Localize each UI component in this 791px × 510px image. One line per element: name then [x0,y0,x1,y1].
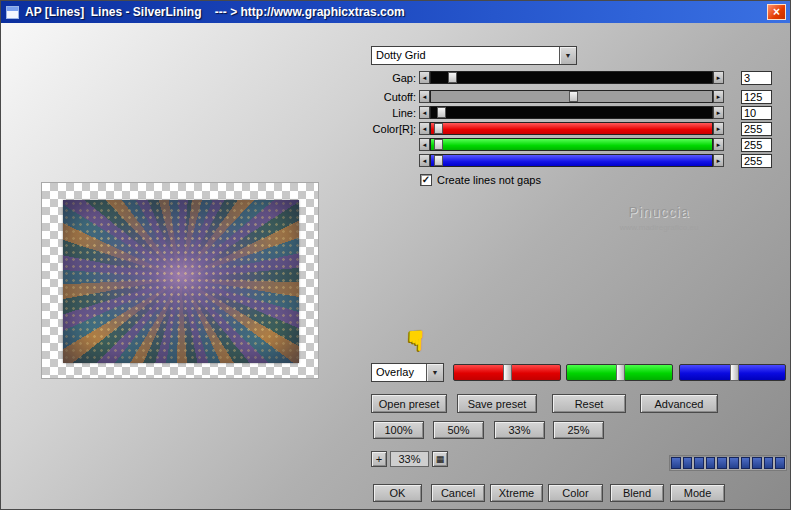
chevron-down-icon[interactable]: ▼ [559,47,576,64]
slider-left-arrow-icon[interactable]: ◄ [419,122,430,135]
slider-track[interactable] [430,106,713,119]
green-channel-slider[interactable] [566,364,673,381]
create-lines-checkbox-row: ✓ Create lines not gaps [420,174,541,186]
slider-value-input[interactable] [741,154,772,168]
progress-segment [775,457,785,469]
preview-image [63,200,299,363]
keypad-icon[interactable]: ▦ [432,451,448,467]
slider-row-line: Line: ◄ ► [331,105,773,120]
blend-mode-dropdown[interactable]: Overlay ▼ [371,363,444,382]
open-preset-button[interactable]: Open preset [371,394,447,413]
watermark-site: www.madiregrafico.eu [589,223,729,232]
slider-track[interactable] [430,71,713,84]
slider-track[interactable] [430,90,713,103]
slider-row-color-r: Color[R]: ◄ ► [331,121,773,136]
slider-thumb[interactable] [434,155,443,166]
progress-segment [741,457,751,469]
progress-segment [694,457,704,469]
chevron-down-icon[interactable]: ▼ [426,364,443,381]
preview-canvas[interactable] [41,182,319,379]
watermark: Pinuccia www.madiregrafico.eu [589,204,729,232]
progress-segment [706,457,716,469]
ok-button[interactable]: OK [373,484,422,502]
slider-thumb[interactable] [434,123,443,134]
progress-segment [752,457,762,469]
slider-track[interactable] [430,154,713,167]
title-bar[interactable]: AP [Lines] Lines - SilverLining --- > ht… [1,1,790,23]
slider-value-input[interactable] [741,138,772,152]
advanced-button[interactable]: Advanced [640,394,718,413]
progress-segment [764,457,774,469]
slider-thumb[interactable] [448,72,457,83]
slider-right-arrow-icon[interactable]: ► [713,138,724,151]
blend-mode-value: Overlay [372,364,426,381]
green-channel-thumb[interactable] [616,364,625,381]
color-button[interactable]: Color [548,484,603,502]
blend-button[interactable]: Blend [610,484,664,502]
close-button[interactable]: × [767,4,786,20]
slider-value-input[interactable] [741,106,772,120]
slider-value-input[interactable] [741,71,772,85]
red-channel-slider[interactable] [453,364,561,381]
slider-label: Color[R]: [331,123,419,135]
red-channel-thumb[interactable] [503,364,512,381]
slider-value-input[interactable] [741,122,772,136]
slider-thumb[interactable] [437,107,446,118]
slider-thumb[interactable] [434,139,443,150]
watermark-name: Pinuccia [589,204,729,220]
slider-label: Cutoff: [331,91,419,103]
blue-channel-thumb[interactable] [730,364,739,381]
preset-dropdown[interactable]: Dotty Grid ▼ [371,46,577,65]
create-lines-checkbox-label: Create lines not gaps [437,174,541,186]
window-title: AP [Lines] Lines - SilverLining --- > ht… [25,5,405,19]
slider-left-arrow-icon[interactable]: ◄ [419,90,430,103]
slider-label: Gap: [331,72,419,84]
reset-button[interactable]: Reset [552,394,626,413]
create-lines-checkbox[interactable]: ✓ [420,174,432,186]
cancel-button[interactable]: Cancel [431,484,485,502]
progress-segment [717,457,727,469]
slider-left-arrow-icon[interactable]: ◄ [419,138,430,151]
blue-channel-slider[interactable] [679,364,786,381]
slider-left-arrow-icon[interactable]: ◄ [419,71,430,84]
slider-track[interactable] [430,138,713,151]
zoom-25-button[interactable]: 25% [553,421,604,439]
slider-left-arrow-icon[interactable]: ◄ [419,154,430,167]
slider-row-gap: Gap: ◄ ► [331,70,773,85]
plugin-dialog: AP [Lines] Lines - SilverLining --- > ht… [0,0,791,510]
zoom-33-button[interactable]: 33% [494,421,545,439]
slider-row-color-b: ◄ ► [331,153,773,168]
zoom-50-button[interactable]: 50% [433,421,484,439]
slider-right-arrow-icon[interactable]: ► [713,106,724,119]
zoom-100-button[interactable]: 100% [373,421,424,439]
app-icon [6,6,19,19]
xtreme-button[interactable]: Xtreme [490,484,543,502]
slider-right-arrow-icon[interactable]: ► [713,71,724,84]
progress-segment [729,457,739,469]
pointing-hand-icon: ☛ [397,327,432,360]
progress-bar [669,455,787,471]
slider-row-color-g: ◄ ► [331,137,773,152]
progress-segment [671,457,681,469]
zoom-plus-button[interactable]: + [371,451,387,467]
slider-label: Line: [331,107,419,119]
mode-button[interactable]: Mode [670,484,725,502]
preset-dropdown-value: Dotty Grid [372,47,559,64]
slider-thumb[interactable] [569,91,578,102]
slider-right-arrow-icon[interactable]: ► [713,90,724,103]
save-preset-button[interactable]: Save preset [457,394,537,413]
progress-segment [683,457,693,469]
slider-right-arrow-icon[interactable]: ► [713,154,724,167]
slider-row-cutoff: Cutoff: ◄ ► [331,89,773,104]
slider-track[interactable] [430,122,713,135]
slider-right-arrow-icon[interactable]: ► [713,122,724,135]
slider-value-input[interactable] [741,90,772,104]
slider-left-arrow-icon[interactable]: ◄ [419,106,430,119]
zoom-level-value: 33% [390,451,429,467]
